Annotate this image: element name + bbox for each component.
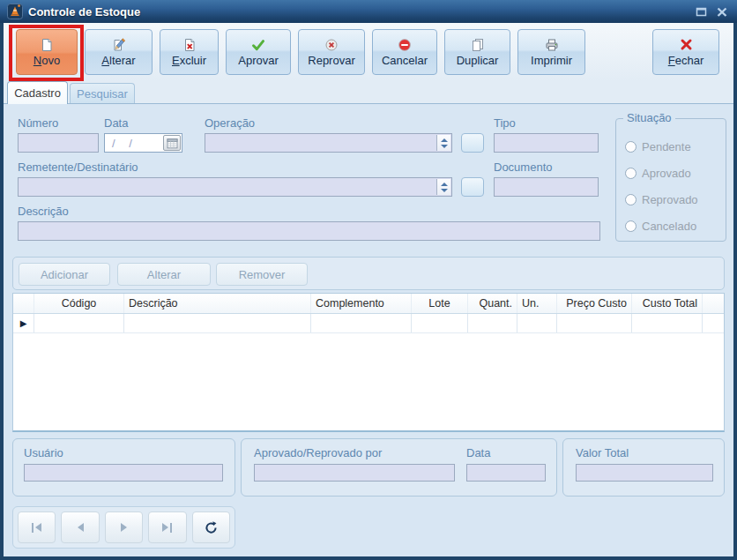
remetente-lookup-button[interactable] <box>461 177 484 197</box>
grid-col-un[interactable]: Un. <box>517 294 557 313</box>
radio-icon <box>625 168 636 179</box>
situacao-groupbox: Situação Pendente Aprovado Reprovado Can… <box>615 118 726 242</box>
operacao-combobox[interactable] <box>205 133 452 153</box>
calendar-icon[interactable] <box>163 135 181 151</box>
operacao-label: Operação <box>205 116 255 130</box>
spinner-arrows-icon[interactable] <box>436 179 450 195</box>
grid-col-quant[interactable]: Quant. <box>468 294 517 313</box>
maximize-icon[interactable] <box>696 6 707 18</box>
radio-icon <box>625 220 636 232</box>
cell-quant[interactable] <box>468 314 517 332</box>
grid-empty-row[interactable]: ▶ <box>13 314 724 333</box>
grid-col-codigo[interactable]: Código <box>34 294 124 313</box>
cell-un[interactable] <box>517 314 557 332</box>
data-value: / / <box>105 137 163 150</box>
tab-cadastro[interactable]: Cadastro <box>7 81 68 104</box>
grid-col-custo-total[interactable]: Custo Total <box>632 294 703 313</box>
valor-total-panel: Valor Total <box>562 438 725 497</box>
grid-col-lote[interactable]: Lote <box>412 294 468 313</box>
last-record-button[interactable] <box>148 511 186 543</box>
window-controls <box>696 6 727 18</box>
radio-aprovado[interactable]: Aprovado <box>625 165 691 181</box>
remetente-combobox[interactable] <box>18 177 452 197</box>
next-record-button[interactable] <box>105 511 143 543</box>
reprovar-button[interactable]: Reprovar <box>298 29 365 75</box>
reprovar-label: Reprovar <box>308 54 354 67</box>
footer-data-input[interactable] <box>466 464 546 482</box>
aprovado-por-label: Aprovado/Reprovado por <box>254 446 382 459</box>
first-record-icon <box>32 523 34 533</box>
adicionar-button[interactable]: Adicionar <box>19 263 110 286</box>
valor-total-input[interactable] <box>576 464 713 482</box>
cell-codigo[interactable] <box>34 314 124 332</box>
aprovado-por-input[interactable] <box>254 464 455 482</box>
operacao-lookup-button[interactable] <box>461 133 484 153</box>
grid-header: Código Descrição Complemento Lote Quant.… <box>13 294 724 314</box>
data-input[interactable]: / / <box>104 133 182 153</box>
aprovar-label: Aprovar <box>238 54 279 67</box>
check-icon <box>251 37 265 52</box>
tab-pesquisar[interactable]: Pesquisar <box>70 83 135 104</box>
cell-preco-custo[interactable] <box>557 314 632 332</box>
cell-complemento[interactable] <box>311 314 412 332</box>
tipo-label: Tipo <box>494 116 516 130</box>
close-icon[interactable] <box>717 6 727 18</box>
radio-pendente[interactable]: Pendente <box>625 138 691 154</box>
novo-button[interactable]: Novo <box>16 29 78 75</box>
excluir-button[interactable]: Excluir <box>160 29 219 75</box>
edit-page-icon <box>112 37 126 52</box>
duplicar-button[interactable]: Duplicar <box>444 29 510 75</box>
situacao-legend: Situação <box>623 111 675 124</box>
alterar-button[interactable]: Alterar <box>85 29 153 75</box>
numero-input[interactable] <box>18 133 99 153</box>
tipo-input[interactable] <box>494 133 599 153</box>
descricao-label: Descrição <box>18 205 69 218</box>
alterar-label: Alterar <box>101 54 135 67</box>
cancelar-label: Cancelar <box>382 54 428 67</box>
imprimir-button[interactable]: Imprimir <box>517 29 585 75</box>
descricao-input[interactable] <box>18 221 600 241</box>
window-title: Controle de Estoque <box>28 5 696 19</box>
duplicar-label: Duplicar <box>457 54 499 67</box>
numero-label: Número <box>18 116 58 130</box>
cancelar-button[interactable]: Cancelar <box>372 29 437 75</box>
last-record-icon <box>162 523 168 532</box>
refresh-icon <box>205 521 218 534</box>
previous-record-button[interactable] <box>61 511 99 543</box>
remover-button[interactable]: Remover <box>216 263 308 286</box>
circle-x-icon <box>324 37 339 52</box>
radio-reprovado[interactable]: Reprovado <box>625 191 698 207</box>
tab-bar: Cadastro Pesquisar <box>4 81 733 103</box>
usuario-input[interactable] <box>24 464 223 482</box>
new-page-icon <box>40 37 54 52</box>
usuario-label: Usuário <box>24 446 63 459</box>
aprovacao-panel: Aprovado/Reprovado por Data <box>241 438 557 497</box>
radio-icon <box>625 194 636 205</box>
grid-col-complemento[interactable]: Complemento <box>311 294 412 313</box>
data-label: Data <box>104 116 128 130</box>
record-navigator <box>12 506 235 549</box>
grid-col-preco-custo[interactable]: Preço Custo <box>557 294 632 313</box>
fechar-button[interactable]: Fechar <box>652 29 719 75</box>
app-window: Controle de Estoque <box>0 0 737 560</box>
aprovar-button[interactable]: Aprovar <box>226 29 291 75</box>
row-selector-icon: ▶ <box>20 319 27 328</box>
toolbar: Novo Alterar Exc <box>4 23 733 81</box>
titlebar: Controle de Estoque <box>0 0 737 23</box>
grid-selector-header <box>13 294 34 313</box>
cell-custo-total[interactable] <box>632 314 703 332</box>
cell-lote[interactable] <box>412 314 468 332</box>
cadastro-panel: Número Data / / Operação Tipo <box>4 103 733 556</box>
grid-col-descricao[interactable]: Descrição <box>124 294 311 313</box>
radio-cancelado[interactable]: Cancelado <box>625 218 696 234</box>
delete-page-icon <box>182 37 197 52</box>
first-record-button[interactable] <box>18 511 56 543</box>
cell-filler <box>703 314 724 332</box>
next-record-icon <box>121 523 127 532</box>
refresh-button[interactable] <box>192 511 230 543</box>
spinner-arrows-icon[interactable] <box>436 135 450 151</box>
cell-descricao[interactable] <box>124 314 311 332</box>
app-icon <box>7 4 23 19</box>
alterar-item-button[interactable]: Alterar <box>117 263 211 286</box>
documento-input[interactable] <box>494 177 599 197</box>
